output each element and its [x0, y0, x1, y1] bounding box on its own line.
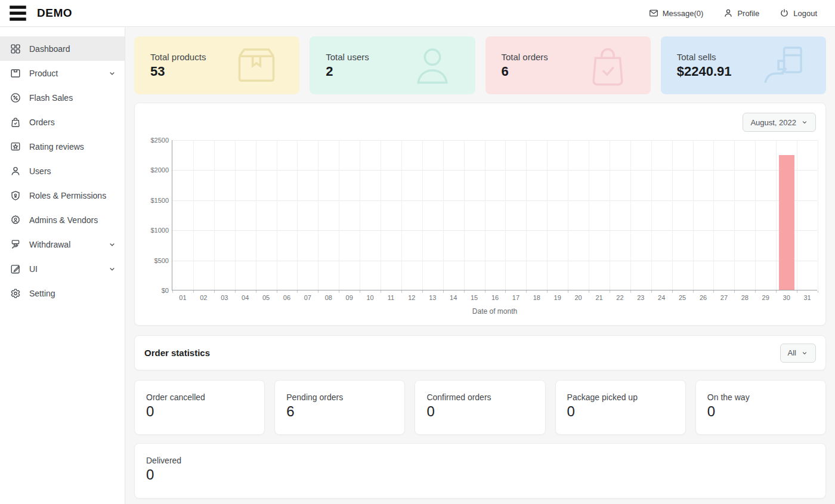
stat-label: Confirmed orders [426, 392, 545, 402]
stat-label: On the way [707, 392, 825, 402]
chart-gridline [172, 200, 817, 201]
chart-x-tick-label: 16 [486, 294, 504, 301]
chart-x-tick-label: 25 [673, 294, 691, 301]
chart-x-tick-label: 27 [715, 294, 733, 301]
sidebar-item-ui[interactable]: UI [0, 256, 125, 281]
chart-gridline [505, 140, 506, 290]
chart-y-tick-label: $1000 [145, 227, 169, 234]
chart-gridline [464, 140, 465, 290]
stat-card-on-the-way: On the way 0 [695, 380, 826, 435]
sidebar-item-roles-permissions[interactable]: Roles & Permissions [0, 183, 125, 208]
chart-x-tick-label: 26 [694, 294, 712, 301]
chart-bar[interactable] [779, 155, 794, 290]
chart-axis-tick [505, 290, 506, 293]
chart-gridline [630, 140, 631, 290]
stat-value: 0 [707, 403, 825, 420]
box-icon [10, 68, 21, 79]
chart-gridline [797, 140, 797, 290]
chart-gridline [339, 140, 339, 290]
stat-value: 0 [146, 466, 825, 483]
sidebar-item-admins-vendors[interactable]: Admins & Vendors [0, 208, 125, 232]
sidebar-item-label: Orders [29, 118, 116, 127]
stat-card-order-cancelled: Order cancelled 0 [134, 380, 265, 435]
nav-item-label: Logout [793, 9, 817, 18]
sidebar-item-dashboard[interactable]: Dashboard [0, 36, 125, 61]
admin-icon [10, 215, 21, 225]
chevron-down-icon [108, 69, 116, 78]
order-filter-value: All [788, 348, 796, 357]
sidebar-item-setting[interactable]: Setting [0, 281, 125, 305]
order-filter-dropdown[interactable]: All [780, 344, 816, 363]
chart-x-tick-label: 10 [361, 294, 379, 301]
chart-gridline [381, 140, 381, 290]
person-big-icon [410, 43, 455, 88]
stat-card-package-picked-up: Package picked up 0 [555, 380, 686, 435]
message-0-button[interactable]: Message(0) [649, 8, 704, 18]
sidebar-item-label: Rating reviews [29, 142, 116, 151]
stat-value: 6 [286, 403, 404, 420]
sidebar-toggle-button[interactable] [6, 3, 30, 23]
chart-x-tick-label: 19 [549, 294, 567, 301]
menu-icon [6, 1, 30, 25]
stat-value: 0 [146, 403, 264, 420]
order-stats-row: Order cancelled 0 Pending orders 6 Confi… [134, 380, 826, 435]
chart-gridline [277, 140, 277, 290]
pencil-square-icon [10, 264, 21, 274]
sidebar: Dashboard Product Flash Sales Orders Rat… [0, 27, 125, 504]
chart-gridline [297, 140, 298, 290]
sidebar-item-label: Roles & Permissions [29, 191, 116, 200]
chart-gridline [526, 140, 527, 290]
stat-card-confirmed-orders: Confirmed orders 0 [415, 380, 545, 435]
chart-axis-tick [360, 290, 360, 293]
stat-card-delivered: Delivered 0 [134, 443, 826, 499]
chart-gridline [360, 140, 360, 290]
sidebar-item-rating-reviews[interactable]: Rating reviews [0, 134, 125, 159]
profile-button[interactable]: Profile [723, 8, 759, 18]
chart-x-tick-label: 12 [403, 294, 420, 301]
chart-x-tick-label: 03 [215, 294, 233, 301]
chart-axis-tick [256, 290, 256, 293]
chart-axis-tick [797, 290, 797, 293]
star-badge-icon [10, 141, 21, 152]
chart-gridline [755, 140, 756, 290]
chevron-down-icon [108, 240, 116, 249]
chart-gridline [651, 140, 652, 290]
sales-chart-card: August, 2022 Date of month $0$500$1000$1… [134, 103, 826, 326]
chart-axis-tick [193, 290, 194, 293]
chart-x-tick-label: 24 [652, 294, 670, 301]
chart-gridline [589, 140, 589, 290]
chart-gridline [256, 140, 256, 290]
chart-axis-tick [235, 290, 236, 293]
sidebar-item-orders[interactable]: Orders [0, 110, 125, 134]
nav-item-label: Message(0) [663, 9, 704, 18]
chart-x-tick-label: 09 [341, 294, 358, 301]
percent-icon [10, 92, 21, 103]
sidebar-item-withdrawal[interactable]: Withdrawal [0, 232, 125, 256]
chart-axis-tick [734, 290, 735, 293]
chart-x-tick-label: 08 [320, 294, 338, 301]
sidebar-item-product[interactable]: Product [0, 61, 125, 85]
month-selector-dropdown[interactable]: August, 2022 [743, 113, 816, 132]
chart-axis-tick [547, 290, 548, 293]
chart-x-tick-label: 14 [444, 294, 462, 301]
chart-axis-tick [339, 290, 339, 293]
top-nav: Message(0) Profile Logout [649, 8, 835, 18]
logout-button[interactable]: Logout [780, 8, 817, 18]
chart-axis-tick [630, 290, 631, 293]
chart-axis-tick [422, 290, 423, 293]
chart-plot: Date of month $0$500$1000$1500$2000$2500… [172, 140, 817, 290]
sidebar-item-flash-sales[interactable]: Flash Sales [0, 85, 125, 110]
chart-x-tick-label: 23 [632, 294, 650, 301]
top-bar: DEMO Message(0) Profile Logout [0, 0, 835, 27]
stat-value: 0 [426, 403, 545, 420]
power-icon [780, 8, 789, 18]
chart-x-axis-title: Date of month [172, 307, 817, 316]
order-statistics-header: Order statistics All [134, 335, 826, 370]
chart-gridline [443, 140, 444, 290]
bag-check-icon [585, 43, 630, 88]
sidebar-item-users[interactable]: Users [0, 159, 125, 183]
chart-gridline [776, 140, 777, 290]
chevron-down-icon [801, 350, 808, 357]
summary-card-total-products: Total products 53 [134, 36, 299, 94]
chart-axis-tick [172, 290, 173, 293]
